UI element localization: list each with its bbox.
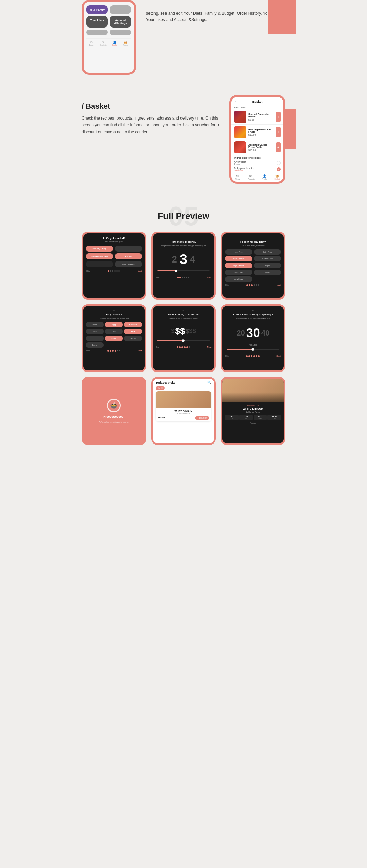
diet-btn-high-protein[interactable]: High Protein	[225, 263, 252, 268]
budget-sym-3: $$$	[186, 328, 196, 335]
picks-card[interactable]: WHITE DIMSUM by Nathan Palmer $15.00 → B…	[156, 391, 212, 421]
budget-slider-knob[interactable]	[182, 339, 185, 342]
ingredient-check-1[interactable]	[277, 167, 281, 171]
dis-dot-3	[112, 350, 114, 352]
mouths-back[interactable]: ←	[156, 237, 212, 239]
basket-nav-products[interactable]: 🛍 Products	[248, 174, 255, 180]
nav-products[interactable]: 🛍 Products	[100, 41, 107, 46]
budget-back[interactable]: ←	[156, 309, 212, 312]
recipe-add-btn-0[interactable]: +	[276, 112, 281, 122]
cooking-back[interactable]: ←	[225, 309, 281, 312]
ob1-btn-eatfit[interactable]: Eat Fit	[115, 253, 142, 259]
ob1-skip[interactable]: Skip	[86, 270, 90, 272]
diet-btn-dairy-free[interactable]: Dairy Free	[254, 249, 281, 255]
ob1-btn-easycooking[interactable]: Easy Cooking	[115, 261, 142, 267]
dislike-beef[interactable]: Beef	[105, 329, 123, 334]
nav-recep[interactable]: 🍽 Recep	[89, 41, 94, 46]
cooking-num-40: 40	[261, 329, 269, 338]
diet-grid: Nut Free Dairy Free Low Calorie Gluten F…	[225, 249, 281, 282]
basket-nav-basket[interactable]: 🧺 Basket	[275, 174, 280, 180]
mouths-slider-knob[interactable]	[175, 270, 177, 272]
ob1-next[interactable]: Next	[138, 270, 142, 272]
diet-btn-low-cal[interactable]: Low Calorie	[225, 256, 252, 261]
budget-slider[interactable]	[157, 340, 210, 341]
your-pantry-btn[interactable]: Your Pantry	[86, 5, 108, 14]
diet-btn-low-sugar[interactable]: Low Sugar	[225, 276, 252, 282]
diet-btn-good-fats[interactable]: Good Fats	[225, 270, 252, 275]
dislike-back[interactable]: ←	[86, 309, 142, 312]
ob1-btn-discover[interactable]: Discover Recipes	[86, 253, 113, 259]
recipe-price-2: $16.00	[248, 149, 274, 151]
budget-bottom: Skip Next	[156, 346, 212, 348]
nav-basket[interactable]: 🧺 Basket	[123, 41, 128, 46]
dislike-lamp[interactable]: Lamp	[86, 342, 104, 348]
budget-sym-2: $$	[175, 326, 185, 337]
diet-next[interactable]: Next	[277, 284, 281, 286]
diet-phone: ← Following any Diet? Tell us what diets…	[221, 232, 285, 300]
dislike-skip[interactable]: Skip	[86, 350, 90, 352]
budget-skip[interactable]: Skip	[156, 346, 160, 348]
picks-filter-top20[interactable]: Top 20	[156, 386, 165, 390]
ob1-grid: Healthy Living Discover Recipes Eat Fit …	[86, 246, 142, 267]
picks-buy-btn[interactable]: → BUY NOW	[195, 416, 209, 420]
profile-phone-frame: Your Pantry Your Likes Account &Settings…	[82, 0, 136, 75]
mouths-bottom: Skip Next	[156, 276, 212, 278]
dislike-chicken[interactable]: Chicken	[124, 322, 142, 327]
dislike-tofu[interactable]: Tofu	[86, 329, 104, 334]
ingredient-check-0[interactable]	[277, 161, 281, 165]
basket-back-arrow[interactable]: ←	[235, 100, 238, 103]
basket-nav-recep[interactable]: 🍽 Recep	[235, 174, 240, 180]
diet-dot-6	[258, 284, 259, 286]
dislike-next[interactable]: Next	[138, 350, 142, 352]
phone-grid-row3: 🍲 Niceeeeeeeee! We're cooking something …	[78, 377, 289, 445]
recipe-item-1[interactable]: Half Vegetables and Fruits $18.00 +	[231, 125, 283, 140]
cooking-slider-knob[interactable]	[251, 348, 254, 351]
cooking-slider[interactable]	[227, 349, 279, 350]
account-settings-btn[interactable]: Account &Settings	[110, 16, 131, 28]
basket-icon: 🧺	[275, 174, 279, 178]
mouths-dot-2	[179, 277, 181, 278]
your-likes-btn[interactable]: Your Likes	[86, 16, 108, 28]
ob1-dots	[108, 270, 120, 272]
dislike-egg[interactable]: Egg	[105, 322, 123, 327]
basket-nav-profile[interactable]: 👤 Profile	[262, 174, 267, 180]
cooking-start[interactable]: Start	[276, 355, 281, 357]
recipe-item-2[interactable]: Assorted Garlics Fresh Fruits $16.00 +	[231, 140, 283, 155]
dislike-chilli[interactable]: Chilli	[105, 336, 123, 341]
cooking-skip[interactable]: Skip	[225, 355, 229, 357]
diet-btn-nut-free[interactable]: Nut Free	[225, 249, 252, 255]
diet-btn-vegan2[interactable]: Vegan	[254, 270, 281, 275]
diet-btn-gluten-free[interactable]: Gluten Free	[254, 256, 281, 261]
cooking-slider-fill	[227, 349, 253, 350]
dislike-bean[interactable]: Bean	[86, 322, 104, 327]
diet-title: Following any Diet?	[225, 240, 281, 243]
nav-profile-active[interactable]: 👤 Profile	[112, 41, 117, 46]
people-label: People	[225, 422, 281, 424]
dislike-pork[interactable]: Pork	[124, 329, 142, 334]
ingredient-row-0: Arrow Root 1 tbsp	[231, 160, 283, 166]
recipe-add-btn-1[interactable]: +	[276, 127, 281, 137]
nutrient-fat: LOW Fat	[239, 415, 253, 420]
mouths-phone: ← How many mouths? Drag the wheel to let…	[151, 232, 216, 300]
diet-back[interactable]: ←	[225, 237, 281, 239]
recipe-image-berries	[234, 141, 246, 153]
mouths-dot-5	[186, 277, 187, 278]
mouths-skip[interactable]: Skip	[156, 276, 160, 278]
budget-next[interactable]: Next	[207, 346, 211, 348]
dis-dot-1	[107, 350, 109, 352]
ingredient-row-1: Baby plum tomato I HAVE IT	[231, 166, 283, 173]
products-icon: 🛍	[249, 174, 252, 178]
picks-search-icon[interactable]: 🔍	[207, 381, 211, 384]
mouths-next[interactable]: Next	[207, 276, 211, 278]
recipe-item-0[interactable]: Several Onions for health $8.00 +	[231, 109, 283, 125]
dislike-sugar[interactable]: Sugar	[124, 336, 142, 341]
mouths-slider[interactable]	[157, 270, 210, 271]
budget-title: Save, spend, or splurge?	[156, 313, 212, 316]
ingredient-i-have: I HAVE IT	[234, 169, 253, 171]
diet-btn-vegan[interactable]: Vegan	[254, 263, 281, 268]
recipe-add-btn-2[interactable]: +	[276, 142, 281, 152]
basket-phone-header: ← Basket	[231, 97, 283, 105]
picks-item-name: WHITE DIMSUM	[158, 410, 210, 412]
ob1-btn-healthy[interactable]: Healthy Living	[86, 246, 113, 252]
diet-skip[interactable]: Skip	[225, 284, 229, 286]
